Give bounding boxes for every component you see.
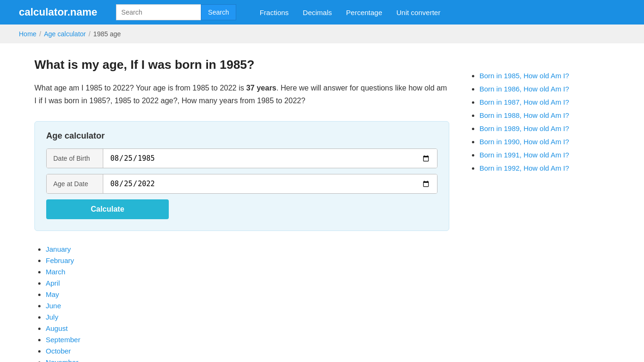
nav-link-fractions[interactable]: Fractions xyxy=(260,8,289,16)
list-item: Born in 1990, How old Am I? xyxy=(479,138,610,146)
list-item: July xyxy=(46,313,449,321)
month-link-august[interactable]: August xyxy=(46,324,68,332)
list-item: August xyxy=(46,324,449,333)
list-item: March xyxy=(46,268,449,276)
year-link[interactable]: Born in 1989, How old Am I? xyxy=(479,124,569,132)
list-item: February xyxy=(46,256,449,265)
main-content: What is my age, If I was born in 1985? W… xyxy=(16,43,628,362)
search-input[interactable] xyxy=(116,4,201,20)
list-item: Born in 1992, How old Am I? xyxy=(479,164,610,173)
calculate-button[interactable]: Calculate xyxy=(46,199,169,219)
breadcrumb-sep1: / xyxy=(39,30,41,38)
list-item: November xyxy=(46,358,449,362)
month-link-october[interactable]: October xyxy=(46,347,71,355)
month-link-february[interactable]: February xyxy=(46,256,74,264)
list-item: Born in 1991, How old Am I? xyxy=(479,151,610,159)
site-logo: calculator.name xyxy=(19,6,97,18)
list-item: Born in 1985, How old Am I? xyxy=(479,72,610,80)
year-link[interactable]: Born in 1985, How old Am I? xyxy=(479,72,569,80)
list-item: June xyxy=(46,302,449,310)
breadcrumb-current: 1985 age xyxy=(93,30,121,38)
month-link-july[interactable]: July xyxy=(46,313,58,321)
list-item: April xyxy=(46,279,449,288)
aad-label: Age at Date xyxy=(47,174,103,193)
nav-link-decimals[interactable]: Decimals xyxy=(303,8,332,16)
aad-input[interactable] xyxy=(103,174,437,193)
breadcrumb-age-calc[interactable]: Age calculator xyxy=(44,30,86,38)
intro-bold: 37 years xyxy=(246,84,276,92)
aad-field-row: Age at Date xyxy=(46,174,438,194)
breadcrumb-home[interactable]: Home xyxy=(19,30,36,38)
month-link-january[interactable]: January xyxy=(46,245,71,253)
header: calculator.name Search FractionsDecimals… xyxy=(0,0,644,25)
year-link[interactable]: Born in 1986, How old Am I? xyxy=(479,85,569,93)
age-calculator-box: Age calculator Date of Birth Age at Date… xyxy=(34,121,449,231)
list-item: Born in 1987, How old Am I? xyxy=(479,98,610,107)
list-item: May xyxy=(46,290,449,299)
dob-input[interactable] xyxy=(103,149,437,168)
year-links-list: Born in 1985, How old Am I?Born in 1986,… xyxy=(468,72,610,173)
month-link-september[interactable]: September xyxy=(46,336,80,344)
list-item: Born in 1986, How old Am I? xyxy=(479,85,610,93)
list-item: Born in 1988, How old Am I? xyxy=(479,111,610,120)
dob-label: Date of Birth xyxy=(47,149,103,168)
year-link[interactable]: Born in 1991, How old Am I? xyxy=(479,151,569,159)
year-link[interactable]: Born in 1988, How old Am I? xyxy=(479,111,569,119)
breadcrumb-sep2: / xyxy=(89,30,91,38)
year-link[interactable]: Born in 1990, How old Am I? xyxy=(479,138,569,146)
dob-field-row: Date of Birth xyxy=(46,148,438,168)
list-item: January xyxy=(46,245,449,254)
list-item: September xyxy=(46,336,449,344)
list-item: Born in 1989, How old Am I? xyxy=(479,124,610,133)
intro-paragraph: What age am I 1985 to 2022? Your age is … xyxy=(34,82,449,107)
month-link-march[interactable]: March xyxy=(46,268,66,276)
month-link-april[interactable]: April xyxy=(46,279,60,287)
list-item: October xyxy=(46,347,449,355)
right-column: Born in 1985, How old Am I?Born in 1986,… xyxy=(468,58,610,362)
nav-link-percentage[interactable]: Percentage xyxy=(346,8,382,16)
year-link[interactable]: Born in 1987, How old Am I? xyxy=(479,98,569,106)
calc-title: Age calculator xyxy=(46,131,438,141)
month-list: JanuaryFebruaryMarchAprilMayJuneJulyAugu… xyxy=(34,245,449,362)
month-link-november[interactable]: November xyxy=(46,358,78,362)
search-form: Search xyxy=(116,4,236,20)
month-link-may[interactable]: May xyxy=(46,290,59,298)
breadcrumb: Home / Age calculator / 1985 age xyxy=(0,25,644,43)
main-nav: FractionsDecimalsPercentageUnit converte… xyxy=(260,8,440,16)
nav-link-unit-converter[interactable]: Unit converter xyxy=(396,8,440,16)
year-link[interactable]: Born in 1992, How old Am I? xyxy=(479,164,569,172)
intro-text-part1: What age am I 1985 to 2022? Your age is … xyxy=(34,84,246,92)
month-link-june[interactable]: June xyxy=(46,302,61,310)
page-title: What is my age, If I was born in 1985? xyxy=(34,58,449,72)
left-column: What is my age, If I was born in 1985? W… xyxy=(34,58,449,362)
search-button[interactable]: Search xyxy=(201,4,236,20)
